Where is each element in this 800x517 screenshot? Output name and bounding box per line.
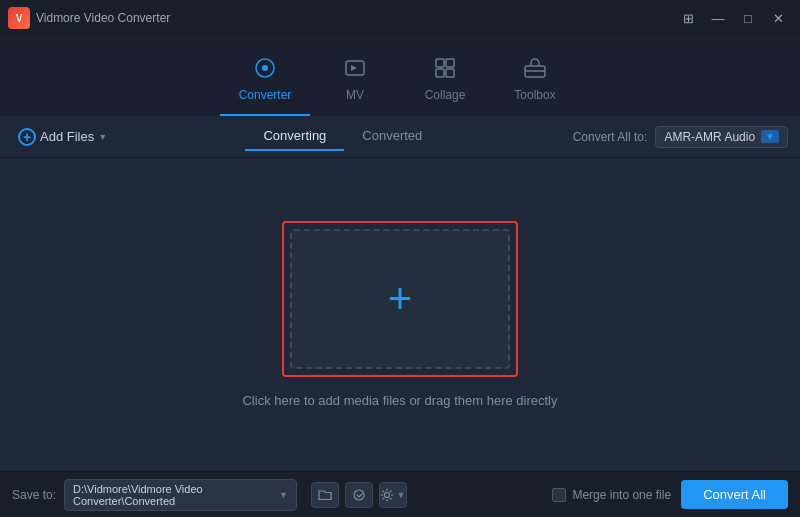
sub-tab-converted[interactable]: Converted <box>344 122 440 151</box>
preview-button[interactable] <box>345 482 373 508</box>
drop-hint: Click here to add media files or drag th… <box>242 393 557 408</box>
nav-tab-converter-label: Converter <box>239 88 292 102</box>
drop-zone-inner[interactable]: + <box>290 229 510 369</box>
maximize-button[interactable]: □ <box>734 7 762 29</box>
add-files-label: Add Files <box>40 129 94 144</box>
save-path-dropdown-arrow: ▼ <box>279 490 288 500</box>
format-label: AMR-AMR Audio <box>664 130 755 144</box>
svg-point-10 <box>385 492 390 497</box>
app-title: Vidmore Video Converter <box>36 11 170 25</box>
merge-checkbox[interactable] <box>552 488 566 502</box>
merge-checkbox-area[interactable]: Merge into one file <box>552 488 671 502</box>
merge-label: Merge into one file <box>572 488 671 502</box>
settings-button[interactable]: ▼ <box>379 482 407 508</box>
save-path-selector[interactable]: D:\Vidmore\Vidmore Video Converter\Conve… <box>64 479 297 511</box>
footer-icons: ▼ <box>311 482 407 508</box>
svg-point-9 <box>354 490 364 500</box>
format-selector[interactable]: AMR-AMR Audio ▼ <box>655 126 788 148</box>
close-button[interactable]: ✕ <box>764 7 792 29</box>
save-path-text: D:\Vidmore\Vidmore Video Converter\Conve… <box>73 483 273 507</box>
footer-left: Save to: D:\Vidmore\Vidmore Video Conver… <box>12 479 407 511</box>
converter-icon <box>253 56 277 84</box>
convert-all-to-label: Convert All to: <box>573 130 648 144</box>
toolbar-center: Converting Converted <box>245 122 440 151</box>
toolbox-icon <box>523 56 547 84</box>
collage-icon <box>433 56 457 84</box>
mv-icon <box>343 56 367 84</box>
toolbar-left: + Add Files ▼ <box>12 124 113 150</box>
svg-rect-5 <box>436 69 444 77</box>
nav-tab-mv-label: MV <box>346 88 364 102</box>
settings-dropdown-arrow: ▼ <box>396 490 405 500</box>
app-logo: V <box>8 7 30 29</box>
toolbar-right: Convert All to: AMR-AMR Audio ▼ <box>573 126 788 148</box>
title-bar-left: V Vidmore Video Converter <box>8 7 170 29</box>
format-dropdown-arrow: ▼ <box>761 130 779 143</box>
nav-tab-toolbox[interactable]: Toolbox <box>490 44 580 116</box>
nav-tab-mv[interactable]: MV <box>310 44 400 116</box>
nav-tab-collage[interactable]: Collage <box>400 44 490 116</box>
sub-tab-converting-label: Converting <box>263 128 326 143</box>
footer: Save to: D:\Vidmore\Vidmore Video Conver… <box>0 471 800 517</box>
drop-zone-plus-icon: + <box>388 278 413 320</box>
sub-tab-converted-label: Converted <box>362 128 422 143</box>
svg-rect-6 <box>446 69 454 77</box>
main-content: + Click here to add media files or drag … <box>0 158 800 471</box>
svg-point-1 <box>262 65 268 71</box>
drop-zone-outer[interactable]: + <box>282 221 518 377</box>
add-circle-icon: + <box>18 128 36 146</box>
add-files-dropdown-arrow: ▼ <box>98 132 107 142</box>
save-to-label: Save to: <box>12 488 56 502</box>
title-bar-controls: ⊞ — □ ✕ <box>674 7 792 29</box>
nav-tab-toolbox-label: Toolbox <box>514 88 555 102</box>
footer-right: Merge into one file Convert All <box>552 480 788 509</box>
nav-tab-collage-label: Collage <box>425 88 466 102</box>
nav-tab-converter[interactable]: Converter <box>220 44 310 116</box>
add-files-button[interactable]: + Add Files ▼ <box>12 124 113 150</box>
svg-rect-4 <box>446 59 454 67</box>
toolbar: + Add Files ▼ Converting Converted Conve… <box>0 116 800 158</box>
svg-rect-3 <box>436 59 444 67</box>
sub-tab-converting[interactable]: Converting <box>245 122 344 151</box>
title-bar: V Vidmore Video Converter ⊞ — □ ✕ <box>0 0 800 36</box>
nav-bar: Converter MV Collage <box>0 36 800 116</box>
convert-all-button[interactable]: Convert All <box>681 480 788 509</box>
chat-button[interactable]: ⊞ <box>674 7 702 29</box>
minimize-button[interactable]: — <box>704 7 732 29</box>
folder-button[interactable] <box>311 482 339 508</box>
